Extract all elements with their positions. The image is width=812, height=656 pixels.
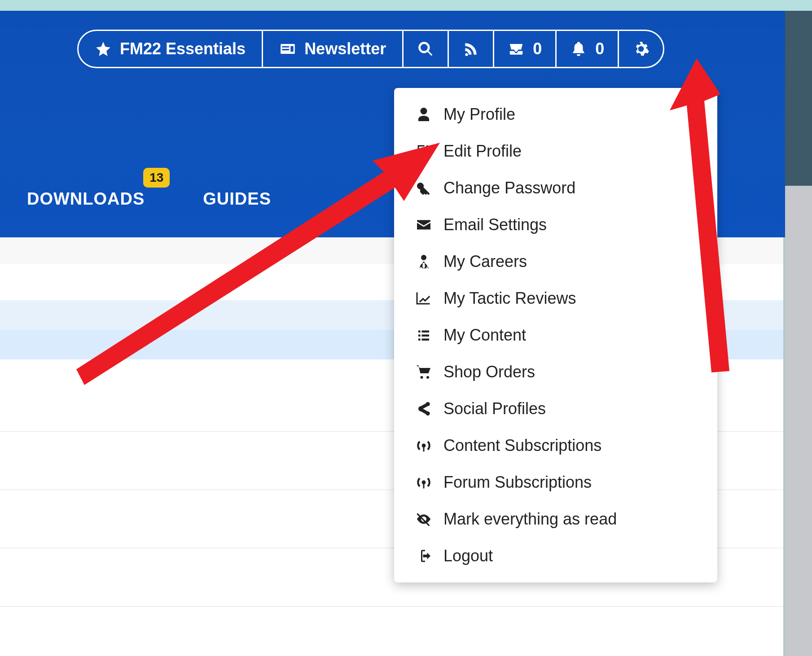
dropdown-item-label: My Careers [443, 252, 527, 271]
gear-icon [632, 40, 650, 57]
essentials-button[interactable]: FM22 Essentials [79, 31, 263, 67]
eye-slash-icon [414, 511, 434, 527]
rss-icon [462, 40, 479, 57]
search-button[interactable] [404, 31, 449, 67]
broadcast-icon [414, 437, 434, 454]
dropdown-item-label: My Tactic Reviews [443, 289, 576, 308]
inbox-button[interactable]: 0 [494, 31, 557, 67]
dropdown-item-label: Content Subscriptions [443, 436, 601, 455]
dropdown-item-label: Email Settings [443, 215, 547, 234]
newsletter-label: Newsletter [304, 39, 386, 58]
dropdown-item-label: Edit Profile [443, 142, 522, 161]
bell-icon [570, 40, 587, 57]
essentials-label: FM22 Essentials [120, 39, 246, 58]
user-icon [414, 106, 434, 122]
dropdown-mark-read[interactable]: Mark everything as read [394, 501, 717, 538]
dropdown-item-label: Forum Subscriptions [443, 473, 592, 492]
logout-icon [414, 548, 434, 564]
share-icon [414, 401, 434, 417]
dropdown-logout[interactable]: Logout [394, 538, 717, 574]
star-icon [95, 40, 112, 57]
content-row [0, 606, 783, 656]
dropdown-forum-subscriptions[interactable]: Forum Subscriptions [394, 464, 717, 501]
notifications-button[interactable]: 0 [557, 31, 619, 67]
dropdown-content-subscriptions[interactable]: Content Subscriptions [394, 427, 717, 464]
dropdown-item-label: Change Password [443, 179, 575, 197]
svg-marker-1 [76, 143, 440, 385]
rss-button[interactable] [449, 31, 494, 67]
settings-button[interactable] [619, 31, 663, 67]
right-sidebar-dark [785, 11, 812, 186]
dropdown-item-label: My Profile [443, 105, 515, 124]
newsletter-button[interactable]: Newsletter [263, 31, 404, 67]
dropdown-item-label: My Content [443, 326, 526, 345]
annotation-arrow-edit-profile [76, 143, 440, 385]
annotation-arrow-settings [660, 58, 750, 381]
inbox-count: 0 [533, 39, 542, 58]
inbox-icon [508, 40, 525, 57]
right-sidebar-light [785, 186, 812, 656]
broadcast-icon [414, 474, 434, 490]
toolbar: FM22 Essentials Newsletter 0 [77, 30, 664, 68]
top-strip [0, 0, 812, 11]
svg-marker-0 [670, 58, 729, 372]
dropdown-item-label: Shop Orders [443, 363, 535, 381]
dropdown-item-label: Social Profiles [443, 399, 546, 418]
newsletter-icon [279, 40, 296, 57]
notifications-count: 0 [595, 39, 604, 58]
dropdown-social-profiles[interactable]: Social Profiles [394, 390, 717, 427]
search-icon [417, 40, 434, 57]
dropdown-item-label: Mark everything as read [443, 510, 617, 529]
dropdown-item-label: Logout [443, 547, 493, 565]
